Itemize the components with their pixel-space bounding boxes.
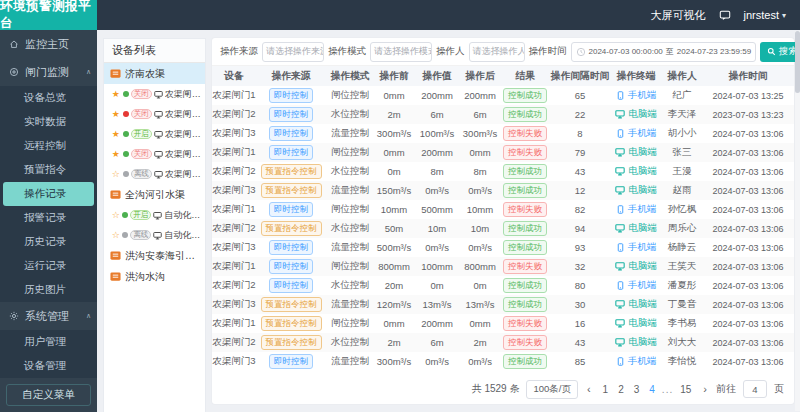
tree-device-row[interactable]: ☆ 离线 自动化闸... xyxy=(104,225,205,245)
sidebar-submenu-item[interactable]: 历史图片 xyxy=(0,278,97,302)
tree-device-row[interactable]: ☆ 开启 自动化闸... xyxy=(104,205,205,225)
window-scrollbar[interactable] xyxy=(795,31,800,411)
page-size-select[interactable]: 100条/页 xyxy=(526,380,578,399)
submenu-item-label: 操作记录 xyxy=(24,187,66,201)
mode-select[interactable]: 请选择操作模式 ∨ xyxy=(370,42,432,62)
goto-page-input[interactable] xyxy=(743,380,767,398)
pages-ellipsis[interactable]: ... xyxy=(662,384,673,395)
message-icon[interactable] xyxy=(719,9,731,21)
tree-group-label: 济南农渠 xyxy=(125,67,165,81)
operator-filter-label: 操作人 xyxy=(436,45,465,58)
tree-group-row[interactable]: 济南农渠 xyxy=(104,63,205,84)
sidebar-submenu-item[interactable]: 用户管理 xyxy=(0,330,97,354)
cell-device: 农渠闸门2 xyxy=(212,165,256,178)
sidebar-submenu-item[interactable]: 操作记录 xyxy=(3,182,94,206)
table-row: 农渠闸门3 预置指令控制 流量控制 150m³/s 0m³/s 0m³/s 控制… xyxy=(212,181,794,200)
pc-icon xyxy=(615,299,625,309)
cell-source: 预置指令控制 xyxy=(256,335,326,349)
source-badge: 即时控制 xyxy=(269,88,313,102)
tree-group-label: 全沟河引水渠 xyxy=(125,188,185,202)
tree-device-row[interactable]: ★ 开启 农渠闸门3 xyxy=(104,124,205,144)
cell-time: 2024-07-03 13:06 xyxy=(702,148,794,158)
cell-device: 农渠闸门2 xyxy=(212,222,256,235)
cell-mode: 流量控制 xyxy=(326,127,374,140)
table-row: 农渠闸门3 即时控制 流量控制 300m³/s 0m³/s 0m³/s 控制成功… xyxy=(212,352,794,371)
cell-operator: 纪广 xyxy=(662,89,702,102)
page-button-4[interactable]: 4 xyxy=(646,384,658,395)
scrollbar-thumb[interactable] xyxy=(795,31,800,93)
device-label: 农渠闸门3 xyxy=(165,128,205,141)
time-start-value[interactable]: 2024-07-03 00:00:00 xyxy=(589,47,663,56)
favorite-star-icon[interactable]: ★ xyxy=(111,89,121,99)
favorite-star-icon[interactable]: ☆ xyxy=(111,210,120,220)
total-count: 共 1529 条 xyxy=(472,382,520,396)
result-badge: 控制成功 xyxy=(503,164,547,178)
cell-mode: 闸位控制 xyxy=(326,203,374,216)
cell-time: 2023-07-03 13:23 xyxy=(702,110,794,120)
sidebar-submenu-item[interactable]: 报警记录 xyxy=(0,206,97,230)
tree-group-row[interactable]: 全沟河引水渠 xyxy=(104,184,205,205)
favorite-star-icon[interactable]: ★ xyxy=(111,129,121,139)
cell-mode: 流量控制 xyxy=(326,355,374,368)
pc-icon xyxy=(615,261,625,271)
cell-mode: 水位控制 xyxy=(326,165,374,178)
tree-group-row[interactable]: 洪沟水沟 xyxy=(104,266,205,287)
tree-group-row[interactable]: 洪沟安泰海引水渠 xyxy=(104,245,205,266)
result-badge: 控制失败 xyxy=(503,259,547,273)
sidebar-submenu-item[interactable]: 运行记录 xyxy=(0,254,97,278)
topbar: 环境预警测报平台 大屏可视化 jnrstest ▾ xyxy=(0,0,800,30)
next-page-button[interactable]: › xyxy=(701,383,709,395)
time-end-value[interactable]: 2024-07-23 23:59:59 xyxy=(677,47,751,56)
sidebar-submenu-item[interactable]: 预置指令 xyxy=(0,158,97,182)
cell-after: 0m³/s xyxy=(460,185,500,196)
cell-interval: 65 xyxy=(550,90,610,101)
sidebar-item-home[interactable]: 监控主页 xyxy=(0,30,97,58)
time-range-picker[interactable]: 2024-07-03 00:00:00 至 2024-07-23 23:59:5… xyxy=(571,42,757,62)
tree-device-row[interactable]: ★ 关闭 农渠闸门4 xyxy=(104,144,205,164)
big-screen-link[interactable]: 大屏可视化 xyxy=(651,8,706,23)
cell-source: 预置指令控制 xyxy=(256,164,326,178)
tree-device-row[interactable]: ★ 关闭 农渠闸门1 xyxy=(104,84,205,104)
source-select[interactable]: 请选择操作来源 ∨ xyxy=(262,42,324,62)
page-button-1[interactable]: 1 xyxy=(600,384,612,395)
favorite-star-icon[interactable]: ★ xyxy=(111,149,121,159)
terminal-indicator: 手机端 xyxy=(616,241,657,254)
page-button-3[interactable]: 3 xyxy=(631,384,643,395)
custom-menu-button[interactable]: 自定义菜单 xyxy=(6,384,91,406)
page-button-2[interactable]: 2 xyxy=(615,384,627,395)
sidebar-submenu-item[interactable]: 实时数据 xyxy=(0,110,97,134)
tree-device-row[interactable]: ★ 关闭 农渠闸门2 xyxy=(104,104,205,124)
search-button[interactable]: 搜索 xyxy=(760,42,800,62)
cell-mode: 水位控制 xyxy=(326,336,374,349)
favorite-star-icon[interactable]: ☆ xyxy=(111,169,121,179)
source-badge: 即时控制 xyxy=(269,278,313,292)
pc-icon xyxy=(615,166,625,176)
cell-mode: 流量控制 xyxy=(326,241,374,254)
filter-bar: 操作来源 请选择操作来源 ∨ 操作模式 请选择操作模式 ∨ 操作人 请选择操作人… xyxy=(212,38,794,66)
tree-device-row[interactable]: ☆ 离线 农渠闸门5 xyxy=(104,164,205,184)
sidebar-submenu-item[interactable]: 远程控制 xyxy=(0,134,97,158)
prev-page-button[interactable]: ‹ xyxy=(585,383,593,395)
favorite-star-icon[interactable]: ☆ xyxy=(111,230,120,240)
sidebar-submenu-item[interactable]: 设备管理 xyxy=(0,354,97,378)
user-menu[interactable]: jnrstest ▾ xyxy=(744,9,786,21)
page-button-15[interactable]: 15 xyxy=(677,384,694,395)
source-badge: 即时控制 xyxy=(269,145,313,159)
cell-result: 控制成功 xyxy=(500,183,550,197)
favorite-star-icon[interactable]: ★ xyxy=(111,109,121,119)
mode-filter-label: 操作模式 xyxy=(328,45,366,58)
device-list-panel: 设备列表 济南农渠 ★ 关闭 农渠闸门1 ★ 关闭 农渠闸门2 ★ 开启 农渠闸… xyxy=(103,38,206,412)
cell-device: 农渠闸门3 xyxy=(212,184,256,197)
cell-before: 150m³/s xyxy=(374,185,414,196)
sidebar-item-gate[interactable]: 闸门监测 ∧ xyxy=(0,58,97,86)
pc-icon xyxy=(615,223,625,233)
operator-select[interactable]: 请选择操作人 ∨ xyxy=(469,42,525,62)
terminal-indicator: 手机端 xyxy=(616,89,657,102)
table-row: 农渠闸门3 预置指令控制 流量控制 120m³/s 13m³/s 13m³/s … xyxy=(212,295,794,314)
cell-terminal: 手机端 xyxy=(610,241,662,254)
cell-terminal: 电脑端 xyxy=(610,165,662,179)
sidebar-submenu-item[interactable]: 设备总览 xyxy=(0,86,97,110)
pc-icon xyxy=(615,109,625,119)
sidebar-item-gear[interactable]: 系统管理 ∧ xyxy=(0,302,97,330)
sidebar-submenu-item[interactable]: 历史记录 xyxy=(0,230,97,254)
